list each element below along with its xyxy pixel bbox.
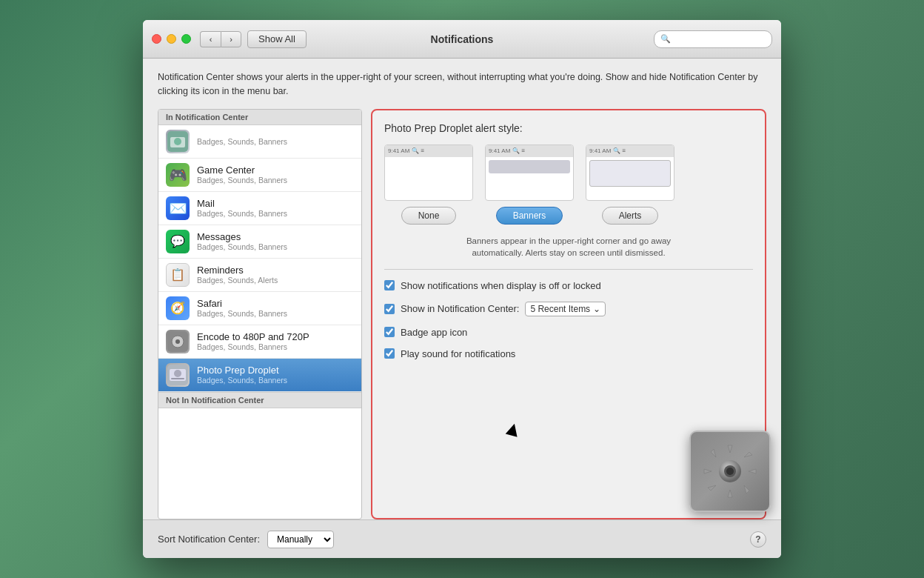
svg-rect-9 [171,378,184,379]
checkbox-sound-label: Play sound for notifications [401,348,515,359]
divider [384,269,753,270]
alert-style-title: Photo Prep Droplet alert style: [384,122,753,134]
item-sub: Badges, Sounds, Banners [197,137,354,146]
item-name: Game Center [197,165,354,176]
help-button[interactable]: ? [750,531,766,548]
none-preview: 9:41 AM 🔍 ≡ [384,144,473,201]
preview-time: 9:41 AM [589,147,611,154]
window-title: Notifications [431,33,494,45]
alerts-button[interactable]: Alerts [602,207,659,225]
item-name: Encode to 480P and 720P [197,331,354,342]
show-all-button[interactable]: Show All [247,30,307,48]
alert-option-none[interactable]: 9:41 AM 🔍 ≡ None [384,144,473,225]
item-info: Badges, Sounds, Banners [197,137,354,146]
reminders-icon: 📋 [166,263,190,287]
item-sub: Badges, Sounds, Banners [197,242,354,251]
preview-icons: 🔍 ≡ [512,147,525,154]
checkbox-show-in-center-input[interactable] [384,304,395,314]
item-sub: Badges, Sounds, Banners [197,309,354,318]
preview-top-bar: 9:41 AM 🔍 ≡ [385,145,472,157]
checkbox-display-off-label: Show notifications when display is off o… [401,280,601,291]
item-info: Photo Prep Droplet Badges, Sounds, Banne… [197,365,354,385]
list-item-mail[interactable]: ✉️ Mail Badges, Sounds, Banners [158,192,361,225]
item-info: Encode to 480P and 720P Badges, Sounds, … [197,331,354,351]
list-item-photo-prep[interactable]: Photo Prep Droplet Badges, Sounds, Banne… [158,359,361,392]
gear-svg [700,442,760,501]
none-button[interactable]: None [401,207,457,225]
item-name: Messages [197,231,354,242]
back-button[interactable]: ‹ [200,31,221,47]
alert-options: 9:41 AM 🔍 ≡ None 9:41 AM 🔍 ≡ [384,144,753,225]
bottom-bar: Sort Notification Center: Manually By Ti… [143,519,781,558]
checkbox-badge-input[interactable] [384,327,395,337]
checkbox-show-in-center: Show in Notification Center: 5 Recent It… [384,302,753,316]
item-sub: Badges, Sounds, Banners [197,376,354,385]
svg-point-2 [174,138,181,145]
checkbox-show-in-center-label: Show in Notification Center: [401,303,519,314]
search-icon: 🔍 [660,34,671,44]
list-item-game-center[interactable]: 🎮 Game Center Badges, Sounds, Banners [158,159,361,192]
photo-prep-icon [166,363,190,387]
title-bar: ‹ › Show All Notifications 🔍 [143,20,781,59]
search-box[interactable]: 🔍 [654,30,772,48]
preview-time: 9:41 AM [489,147,510,154]
banners-preview: 9:41 AM 🔍 ≡ [485,144,574,201]
description-text: Notification Center shows your alerts in… [158,70,766,99]
recent-items-value: 5 Recent Items [530,304,590,314]
traffic-lights [152,34,191,44]
recent-items-chevron: ⌄ [593,304,600,314]
forward-button[interactable]: › [221,31,241,47]
content-area: Notification Center shows your alerts in… [143,59,781,519]
checkbox-display-off-input[interactable] [384,280,395,290]
list-item-safari[interactable]: 🧭 Safari Badges, Sounds, Banners [158,292,361,325]
sort-label: Sort Notification Center: [158,534,260,545]
item-name: Safari [197,298,354,309]
item-name: Reminders [197,265,354,276]
item-name: Photo Prep Droplet [197,365,354,376]
item-info: Mail Badges, Sounds, Banners [197,198,354,218]
item-info: Safari Badges, Sounds, Banners [197,298,354,318]
list-item[interactable]: Badges, Sounds, Banners [158,125,361,159]
item-sub: Badges, Sounds, Banners [197,176,354,185]
alerts-preview: 9:41 AM 🔍 ≡ [586,144,674,201]
in-notification-center-header: In Notification Center [158,110,361,125]
encode-icon [166,330,190,353]
messages-icon: 💬 [166,230,190,253]
preview-top-bar: 9:41 AM 🔍 ≡ [486,145,573,157]
checkbox-sound-input[interactable] [384,348,395,359]
item-info: Messages Badges, Sounds, Banners [197,231,354,251]
banners-button[interactable]: Banners [496,207,563,225]
minimize-button[interactable] [167,34,176,44]
not-in-notification-center-header: Not In Notification Center [158,392,361,408]
main-content: In Notification Center Badges, Sounds, B… [158,109,766,520]
notifications-window: ‹ › Show All Notifications 🔍 Notificatio… [143,20,781,558]
alert-option-alerts[interactable]: 9:41 AM 🔍 ≡ Alerts [586,144,674,225]
close-button[interactable] [152,34,161,44]
preview-icons: 🔍 ≡ [613,147,626,154]
desktop-background: ‹ › Show All Notifications 🔍 Notificatio… [0,0,924,578]
maximize-button[interactable] [181,34,191,44]
item-info: Reminders Badges, Sounds, Alerts [197,265,354,285]
list-item-reminders[interactable]: 📋 Reminders Badges, Sounds, Alerts [158,259,361,292]
gear-icon-overlay [689,431,771,512]
game-center-icon: 🎮 [166,163,190,187]
item-icon [166,130,190,153]
item-info: Game Center Badges, Sounds, Banners [197,165,354,185]
list-item-encode[interactable]: Encode to 480P and 720P Badges, Sounds, … [158,325,361,359]
preview-icons: 🔍 ≡ [412,147,424,154]
sidebar: In Notification Center Badges, Sounds, B… [158,109,362,520]
banner-preview-bar [489,160,570,173]
alert-option-banners[interactable]: 9:41 AM 🔍 ≡ Banners [485,144,574,225]
alert-description: Banners appear in the upper-right corner… [450,235,687,259]
safari-icon: 🧭 [166,296,190,320]
checkbox-badge-label: Badge app icon [401,327,467,338]
svg-point-5 [175,339,180,344]
preview-top-bar: 9:41 AM 🔍 ≡ [586,145,674,157]
item-sub: Badges, Sounds, Banners [197,209,354,218]
item-sub: Badges, Sounds, Banners [197,342,354,351]
list-item-messages[interactable]: 💬 Messages Badges, Sounds, Banners [158,225,361,259]
svg-point-8 [174,370,181,377]
recent-items-select[interactable]: 5 Recent Items ⌄ [525,302,606,316]
checkbox-sound: Play sound for notifications [384,348,753,359]
sort-select[interactable]: Manually By Time [267,531,334,548]
